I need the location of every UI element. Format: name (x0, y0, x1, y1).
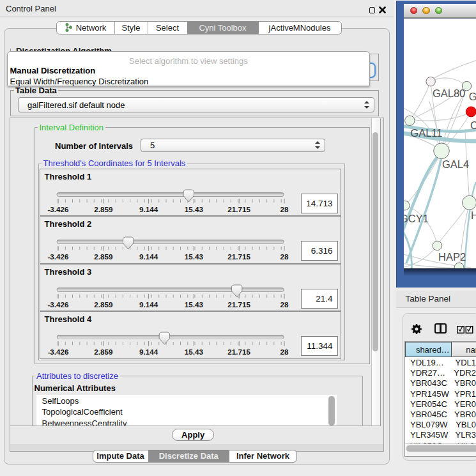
svg-text:21.715: 21.715 (227, 300, 250, 308)
svg-text:21.715: 21.715 (227, 252, 250, 261)
svg-text:GAL4: GAL4 (442, 158, 469, 170)
svg-text:15.43: 15.43 (184, 300, 203, 308)
svg-text:2.859: 2.859 (94, 348, 113, 356)
svg-text:2.859: 2.859 (94, 252, 113, 261)
svg-text:-3.426: -3.426 (47, 300, 69, 308)
svg-text:15.43: 15.43 (184, 204, 203, 213)
svg-text:28: 28 (280, 300, 289, 308)
svg-text:28: 28 (280, 204, 289, 213)
svg-text:15.43: 15.43 (184, 252, 203, 261)
svg-text:28: 28 (280, 252, 289, 261)
svg-text:28: 28 (280, 348, 289, 356)
svg-text:-3.426: -3.426 (47, 348, 69, 356)
svg-text:9.144: 9.144 (139, 300, 158, 308)
svg-text:GCY1: GCY1 (404, 213, 429, 224)
svg-text:GAL11: GAL11 (410, 127, 442, 139)
svg-text:-3.426: -3.426 (47, 204, 69, 213)
svg-text:9.144: 9.144 (139, 348, 158, 356)
svg-text:HAP2: HAP2 (438, 251, 466, 263)
svg-text:9.144: 9.144 (139, 252, 158, 261)
svg-text:GAL: GAL (469, 91, 476, 102)
svg-text:15.43: 15.43 (184, 348, 203, 356)
svg-text:2.859: 2.859 (94, 300, 113, 308)
svg-text:9.144: 9.144 (139, 204, 158, 213)
svg-text:HIS: HIS (471, 210, 476, 221)
svg-text:GAL80: GAL80 (433, 88, 465, 99)
svg-text:21.715: 21.715 (227, 204, 250, 213)
svg-text:21.715: 21.715 (227, 348, 250, 356)
svg-text:C: C (470, 119, 476, 131)
svg-text:2.859: 2.859 (94, 204, 113, 213)
svg-text:-3.426: -3.426 (47, 252, 69, 261)
